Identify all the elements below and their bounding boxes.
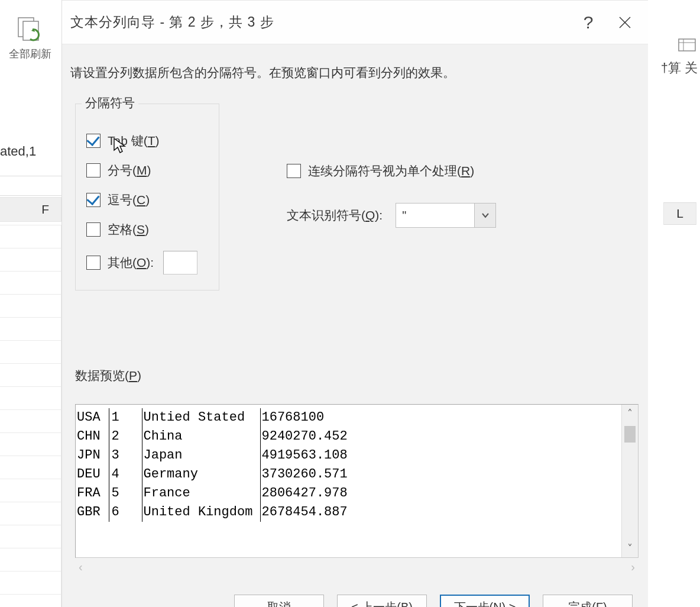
table-cell: 3730260.571 [260, 465, 354, 484]
table-cell: 2678454.887 [260, 503, 354, 522]
delimiter-space-label: 空格(S) [108, 221, 149, 238]
delimiter-other-label: 其他(O): [108, 254, 154, 271]
scroll-left-arrow[interactable]: ‹ [79, 560, 83, 574]
table-cell: China [142, 427, 260, 446]
next-button[interactable]: 下一步(N) > [440, 595, 530, 607]
table-cell: DEU [77, 465, 109, 484]
treat-consecutive-checkbox[interactable] [287, 164, 301, 178]
preview-horizontal-scrollbar[interactable]: ‹ › [75, 558, 639, 576]
table-cell: CHN [77, 427, 109, 446]
table-row: GBR6United Kingdom2678454.887 [77, 503, 354, 522]
dialog-instructions: 请设置分列数据所包含的分隔符号。在预览窗口内可看到分列的效果。 [70, 64, 643, 81]
ribbon-refresh-label: 全部刷新 [4, 47, 57, 61]
delimiters-group: 分隔符号 Tab 键(T) 分号(M) 逗号(C) [75, 104, 219, 290]
sheet-gridlines [0, 225, 61, 607]
table-cell: Untied Stated [142, 408, 260, 427]
table-row: USA1Untied Stated16768100 [77, 408, 354, 427]
text-qualifier-value: " [396, 209, 474, 222]
text-qualifier-row: 文本识别符号(Q): " [287, 203, 496, 228]
table-row: DEU4Germany3730260.571 [77, 465, 354, 484]
table-cell: 1 [109, 408, 142, 427]
data-preview-table: USA1Untied Stated16768100CHN2China924027… [77, 408, 354, 522]
delimiter-tab-row[interactable]: Tab 键(T) [86, 133, 208, 149]
delimiter-other-checkbox[interactable] [86, 256, 101, 270]
delimiter-comma-row[interactable]: 逗号(C) [86, 192, 208, 208]
table-cell: 4 [109, 465, 142, 484]
text-qualifier-dropdown-button[interactable] [474, 204, 495, 227]
table-cell: 9240270.452 [260, 427, 354, 446]
cancel-button[interactable]: 取消 [234, 595, 324, 607]
table-row: CHN2China9240270.452 [77, 427, 354, 446]
table-cell: 5 [109, 484, 142, 503]
table-cell: 16768100 [260, 408, 354, 427]
text-qualifier-combo[interactable]: " [396, 203, 496, 228]
column-header-L[interactable]: L [663, 202, 696, 225]
chevron-down-icon [481, 211, 490, 219]
formula-bar-partial-text: ated,1 [0, 144, 36, 159]
table-cell: 3 [109, 446, 142, 465]
close-button[interactable] [607, 5, 643, 40]
table-cell: Japan [142, 446, 260, 465]
text-to-columns-wizard-dialog: 文本分列向导 - 第 2 步，共 3 步 ? 请设置分列数据所包含的分隔符号。在… [61, 0, 648, 607]
svg-rect-2 [679, 39, 695, 51]
scroll-down-arrow[interactable]: ˅ [622, 541, 638, 556]
back-button[interactable]: < 上一步(B) [337, 595, 427, 607]
table-cell: GBR [77, 503, 109, 522]
treat-consecutive-row[interactable]: 连续分隔符号视为单个处理(R) [287, 163, 496, 179]
table-cell: USA [77, 408, 109, 427]
treat-consecutive-label: 连续分隔符号视为单个处理(R) [308, 163, 474, 179]
wizard-button-row: 取消 < 上一步(B) 下一步(N) > 完成(F) [70, 576, 643, 607]
table-row: JPN3Japan4919563.108 [77, 446, 354, 465]
ribbon-refresh-all[interactable]: 全部刷新 [4, 17, 57, 61]
dialog-titlebar: 文本分列向导 - 第 2 步，共 3 步 ? [62, 1, 648, 44]
scroll-up-arrow[interactable]: ˄ [622, 406, 638, 421]
delimiter-semicolon-checkbox[interactable] [86, 163, 101, 177]
delimiter-other-input[interactable] [163, 251, 197, 275]
formula-bar-border [0, 176, 61, 196]
data-preview-content: USA1Untied Stated16768100CHN2China924027… [76, 405, 621, 557]
preview-vertical-scrollbar[interactable]: ˄ ˅ [621, 405, 638, 557]
table-cell: 6 [109, 503, 142, 522]
data-preview-panel: USA1Untied Stated16768100CHN2China924027… [75, 404, 639, 558]
table-cell: 4919563.108 [260, 446, 354, 465]
finish-button[interactable]: 完成(F) [543, 595, 633, 607]
table-cell: Germany [142, 465, 260, 484]
delimiter-space-checkbox[interactable] [86, 222, 101, 237]
table-cell: 2 [109, 427, 142, 446]
table-row: FRA5France2806427.978 [77, 484, 354, 503]
ribbon-right-labels: †算 关 [659, 59, 700, 77]
ribbon-right-fragment [675, 33, 700, 57]
delimiter-other-row[interactable]: 其他(O): [86, 251, 208, 275]
column-header-F[interactable]: F [0, 197, 61, 222]
close-icon [618, 15, 632, 30]
delimiter-semicolon-row[interactable]: 分号(M) [86, 162, 208, 179]
delimiter-space-row[interactable]: 空格(S) [86, 221, 208, 238]
text-qualifier-label: 文本识别符号(Q): [287, 207, 383, 224]
delimiter-tab-label: Tab 键(T) [108, 133, 160, 149]
delimiter-semicolon-label: 分号(M) [108, 162, 151, 179]
table-cell: France [142, 484, 260, 503]
refresh-pages-icon [16, 17, 44, 44]
delimiter-tab-checkbox[interactable] [86, 134, 101, 148]
delimiter-comma-checkbox[interactable] [86, 193, 101, 207]
delimiters-legend: 分隔符号 [82, 95, 138, 111]
help-button[interactable]: ? [570, 5, 607, 40]
table-cell: United Kingdom [142, 503, 260, 522]
data-preview-label: 数据预览(P) [75, 367, 643, 384]
dialog-title: 文本分列向导 - 第 2 步，共 3 步 [69, 13, 570, 31]
scroll-right-arrow[interactable]: › [631, 560, 635, 574]
table-cell: FRA [77, 484, 109, 503]
table-cell: JPN [77, 446, 109, 465]
scroll-thumb[interactable] [624, 426, 636, 443]
delimiter-comma-label: 逗号(C) [108, 192, 150, 208]
table-cell: 2806427.978 [260, 484, 354, 503]
